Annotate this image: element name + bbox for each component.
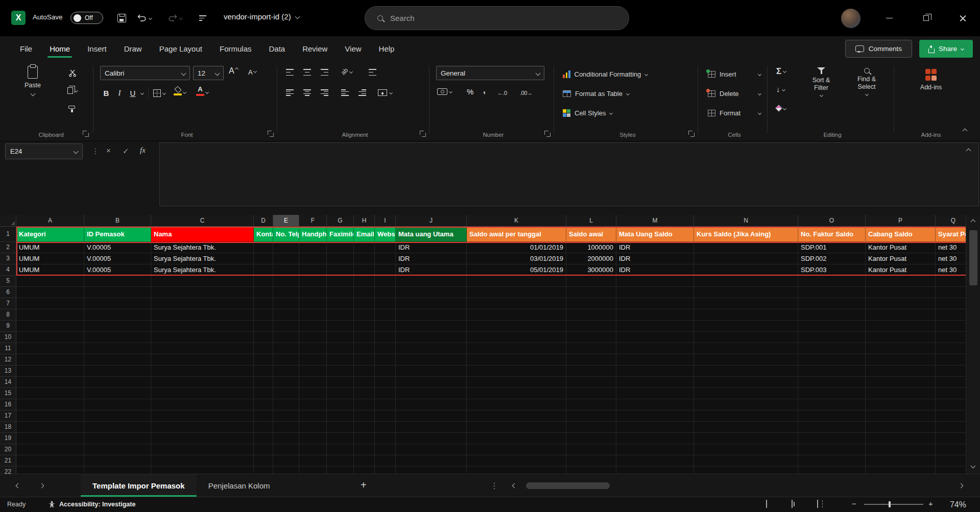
scroll-down-icon[interactable] <box>971 464 976 469</box>
cell-C18[interactable] <box>151 422 254 433</box>
cell-A16[interactable] <box>16 399 84 410</box>
cell-M19[interactable] <box>616 433 694 444</box>
row-header-10[interactable]: 10 <box>0 332 16 343</box>
cell-Q4[interactable]: net 30 <box>936 264 966 276</box>
vertical-scrollbar-thumb[interactable] <box>969 230 977 285</box>
cell-D21[interactable] <box>254 455 273 467</box>
cell-M12[interactable] <box>616 354 694 365</box>
cell-G17[interactable] <box>327 410 354 422</box>
cell-P11[interactable] <box>866 343 936 354</box>
delete-cells-button[interactable]: Delete <box>708 86 761 101</box>
cell-N2[interactable] <box>694 242 798 253</box>
cell-I6[interactable] <box>375 287 396 298</box>
cell-A11[interactable] <box>16 343 84 354</box>
normal-view-icon[interactable] <box>766 500 767 508</box>
cell-F3[interactable] <box>299 253 327 264</box>
cell-styles-button[interactable]: Cell Styles <box>563 106 612 120</box>
row-header-19[interactable]: 19 <box>0 433 16 444</box>
cell-L1[interactable]: Saldo awal <box>566 227 616 242</box>
cell-Q17[interactable] <box>936 410 966 422</box>
cell-F11[interactable] <box>299 343 327 354</box>
fill-color-button[interactable] <box>174 86 186 95</box>
cell-J12[interactable] <box>396 354 467 365</box>
align-top-icon[interactable] <box>286 69 294 76</box>
cell-D11[interactable] <box>254 343 273 354</box>
format-as-table-button[interactable]: Format as Table <box>563 86 629 101</box>
tab-view[interactable]: View <box>336 36 370 61</box>
cell-N8[interactable] <box>694 309 798 321</box>
cell-J20[interactable] <box>396 444 467 455</box>
row-header-3[interactable]: 3 <box>0 253 16 264</box>
cell-E11[interactable] <box>273 343 299 354</box>
row-header-17[interactable]: 17 <box>0 410 16 422</box>
cell-E22[interactable] <box>273 467 299 474</box>
cell-N6[interactable] <box>694 287 798 298</box>
cell-A20[interactable] <box>16 444 84 455</box>
cell-C19[interactable] <box>151 433 254 444</box>
italic-button[interactable]: I <box>113 86 126 100</box>
font-dialog-launcher-icon[interactable] <box>268 131 274 137</box>
cell-L10[interactable] <box>566 332 616 343</box>
cell-K16[interactable] <box>467 399 566 410</box>
cell-O14[interactable] <box>798 377 866 388</box>
cell-M4[interactable]: IDR <box>616 264 694 276</box>
cell-B12[interactable] <box>84 354 151 365</box>
cell-G16[interactable] <box>327 399 354 410</box>
cell-J14[interactable] <box>396 377 467 388</box>
cell-O19[interactable] <box>798 433 866 444</box>
row-header-8[interactable]: 8 <box>0 309 16 321</box>
cell-M10[interactable] <box>616 332 694 343</box>
cell-P2[interactable]: Kantor Pusat <box>866 242 936 253</box>
cell-I22[interactable] <box>375 467 396 474</box>
collapse-ribbon-icon[interactable] <box>963 129 968 134</box>
cell-I18[interactable] <box>375 422 396 433</box>
cell-K19[interactable] <box>467 433 566 444</box>
increase-font-size-button[interactable]: A <box>229 68 238 74</box>
cell-D2[interactable] <box>254 242 273 253</box>
row-header-13[interactable]: 13 <box>0 365 16 377</box>
cell-H13[interactable] <box>354 365 375 377</box>
tab-draw[interactable]: Draw <box>115 36 151 61</box>
cell-C15[interactable] <box>151 388 254 399</box>
search-box[interactable]: Search <box>365 6 629 30</box>
cell-K18[interactable] <box>467 422 566 433</box>
cell-I21[interactable] <box>375 455 396 467</box>
row-header-6[interactable]: 6 <box>0 287 16 298</box>
cell-Q15[interactable] <box>936 388 966 399</box>
cell-A12[interactable] <box>16 354 84 365</box>
cell-Q1[interactable]: Syarat Pembayaran <box>936 227 966 242</box>
cell-E12[interactable] <box>273 354 299 365</box>
cell-K7[interactable] <box>467 298 566 309</box>
cell-A22[interactable] <box>16 467 84 474</box>
cell-D15[interactable] <box>254 388 273 399</box>
cell-C21[interactable] <box>151 455 254 467</box>
cell-N13[interactable] <box>694 365 798 377</box>
cell-D13[interactable] <box>254 365 273 377</box>
document-title-button[interactable]: vendor-import-id (2) <box>224 12 299 21</box>
cell-L8[interactable] <box>566 309 616 321</box>
sheet-nav-left-icon[interactable] <box>16 483 21 489</box>
cell-H14[interactable] <box>354 377 375 388</box>
cell-B3[interactable]: V.00005 <box>84 253 151 264</box>
cell-B10[interactable] <box>84 332 151 343</box>
enter-icon[interactable]: ✓ <box>123 147 129 156</box>
align-left-icon[interactable] <box>286 89 294 96</box>
cell-N10[interactable] <box>694 332 798 343</box>
redo-button[interactable] <box>168 14 182 22</box>
cell-J8[interactable] <box>396 309 467 321</box>
cell-M16[interactable] <box>616 399 694 410</box>
cell-G13[interactable] <box>327 365 354 377</box>
cell-D16[interactable] <box>254 399 273 410</box>
cell-K5[interactable] <box>467 276 566 287</box>
chevron-down-icon[interactable] <box>140 91 144 95</box>
number-format-combobox[interactable]: General <box>436 66 544 80</box>
font-color-button[interactable]: A <box>196 86 208 96</box>
cell-F5[interactable] <box>299 276 327 287</box>
cell-B14[interactable] <box>84 377 151 388</box>
row-header-9[interactable]: 9 <box>0 321 16 332</box>
align-center-icon[interactable] <box>303 89 311 96</box>
cell-B20[interactable] <box>84 444 151 455</box>
cell-E6[interactable] <box>273 287 299 298</box>
cell-N21[interactable] <box>694 455 798 467</box>
row-header-15[interactable]: 15 <box>0 388 16 399</box>
